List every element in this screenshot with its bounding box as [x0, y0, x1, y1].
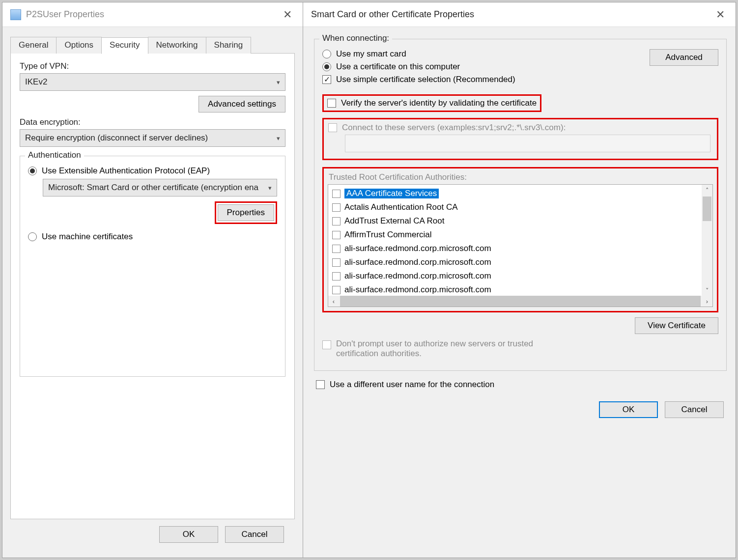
- scroll-up-icon[interactable]: ˄: [702, 185, 712, 196]
- check-dont-prompt-label: Don't prompt user to authorize new serve…: [336, 339, 572, 359]
- check-connect-servers: Connect to these servers (examples:srv1;…: [328, 123, 712, 133]
- checkbox-icon: [332, 245, 341, 253]
- list-item[interactable]: AffirmTrust Commercial: [330, 228, 702, 242]
- radio-machine-certs[interactable]: Use machine certificates: [28, 232, 277, 242]
- checkbox-icon: [332, 217, 341, 225]
- check-dont-prompt: Don't prompt user to authorize new serve…: [322, 339, 718, 359]
- checkbox-icon: [322, 75, 331, 84]
- list-item[interactable]: AAA Certificate Services: [330, 187, 702, 200]
- checkbox-icon: [332, 272, 341, 280]
- tab-options[interactable]: Options: [56, 37, 102, 54]
- when-connecting-group: When connecting: Use my smart card Use a…: [314, 39, 727, 371]
- checkbox-icon: [327, 99, 336, 108]
- left-footer: OK Cancel: [10, 519, 295, 550]
- connect-servers-input: [345, 135, 710, 152]
- tab-sharing[interactable]: Sharing: [206, 37, 252, 54]
- close-icon[interactable]: ✕: [280, 8, 295, 21]
- tab-networking[interactable]: Networking: [148, 37, 206, 54]
- list-item[interactable]: AddTrust External CA Root: [330, 214, 702, 228]
- ok-button[interactable]: OK: [599, 401, 658, 418]
- radio-smart-card[interactable]: Use my smart card: [322, 49, 650, 59]
- vpn-type-label: Type of VPN:: [20, 61, 285, 71]
- app-icon: [10, 9, 21, 20]
- tab-panel-security: Type of VPN: IKEv2 ▾ Advanced settings D…: [10, 53, 295, 519]
- eap-method-value: Microsoft: Smart Card or other certifica…: [48, 183, 258, 193]
- list-item[interactable]: ali-surface.redmond.corp.microsoft.com: [330, 269, 702, 283]
- checkbox-icon: [332, 203, 341, 212]
- checkbox-icon: [322, 340, 331, 349]
- data-encryption-label: Data encryption:: [20, 117, 285, 127]
- ok-button[interactable]: OK: [159, 526, 218, 543]
- list-item[interactable]: ali-surface.redmond.corp.microsoft.com: [330, 255, 702, 269]
- check-simple-selection-label: Use simple certificate selection (Recomm…: [336, 75, 515, 84]
- tab-security[interactable]: Security: [101, 37, 148, 54]
- chevron-down-icon: ▾: [277, 135, 280, 142]
- scroll-thumb[interactable]: [703, 196, 711, 221]
- checkbox-icon: [328, 123, 337, 132]
- radio-icon: [322, 62, 331, 71]
- check-connect-servers-label: Connect to these servers (examples:srv1;…: [342, 123, 566, 133]
- checkbox-icon: [332, 286, 341, 294]
- right-title: Smart Card or other Certificate Properti…: [311, 9, 713, 20]
- properties-button[interactable]: Properties: [218, 204, 274, 221]
- close-icon[interactable]: ✕: [713, 8, 728, 21]
- checkbox-icon: [332, 258, 341, 267]
- scroll-left-icon[interactable]: ‹: [328, 298, 339, 305]
- radio-icon: [322, 50, 331, 58]
- radio-cert-computer-label: Use a certificate on this computer: [336, 62, 460, 72]
- tab-general[interactable]: General: [10, 37, 57, 54]
- horizontal-scrollbar[interactable]: ‹ ›: [328, 296, 712, 307]
- right-titlebar: Smart Card or other Certificate Properti…: [303, 2, 736, 27]
- vpn-type-value: IKEv2: [25, 77, 47, 87]
- authentication-group: Authentication Use Extensible Authentica…: [20, 156, 285, 377]
- radio-smart-card-label: Use my smart card: [336, 49, 406, 59]
- list-item[interactable]: Actalis Authentication Root CA: [330, 200, 702, 214]
- cancel-button[interactable]: Cancel: [665, 401, 724, 418]
- check-verify-server[interactable]: Verify the server's identity by validati…: [327, 98, 537, 108]
- data-encryption-select[interactable]: Require encryption (disconnect if server…: [20, 129, 285, 147]
- checkbox-icon: [332, 231, 341, 239]
- list-item[interactable]: ali-surface.redmond.corp.microsoft.com: [330, 242, 702, 255]
- tabs: General Options Security Networking Shar…: [10, 37, 295, 54]
- when-connecting-legend: When connecting:: [319, 33, 392, 43]
- radio-machine-certs-label: Use machine certificates: [42, 232, 133, 242]
- eap-method-select[interactable]: Microsoft: Smart Card or other certifica…: [43, 179, 277, 196]
- scroll-thumb[interactable]: [340, 296, 701, 307]
- highlight-properties: Properties: [215, 201, 277, 224]
- scroll-down-icon[interactable]: ˅: [702, 285, 712, 296]
- check-verify-server-label: Verify the server's identity by validati…: [341, 98, 537, 108]
- check-different-username[interactable]: Use a different user name for the connec…: [316, 380, 727, 390]
- view-certificate-button[interactable]: View Certificate: [635, 317, 718, 334]
- radio-icon: [28, 167, 37, 175]
- radio-icon: [28, 232, 37, 241]
- authentication-legend: Authentication: [25, 150, 84, 160]
- left-titlebar: P2SUser Properties ✕: [2, 2, 303, 27]
- right-footer: OK Cancel: [314, 392, 727, 422]
- trusted-root-list: AAA Certificate Services Actalis Authent…: [328, 185, 702, 296]
- checkbox-icon: [332, 190, 341, 198]
- vpn-type-select[interactable]: IKEv2 ▾: [20, 73, 285, 91]
- list-item[interactable]: ali-surface.redmond.corp.microsoft.com: [330, 283, 702, 296]
- check-simple-selection[interactable]: Use simple certificate selection (Recomm…: [322, 75, 650, 84]
- advanced-button[interactable]: Advanced: [650, 49, 718, 66]
- chevron-down-icon: ▾: [268, 184, 272, 192]
- advanced-settings-button[interactable]: Advanced settings: [199, 96, 285, 112]
- vertical-scrollbar[interactable]: ˄ ˅: [702, 185, 712, 296]
- radio-eap-label: Use Extensible Authentication Protocol (…: [42, 166, 210, 176]
- left-title: P2SUser Properties: [26, 9, 280, 20]
- scroll-right-icon[interactable]: ›: [702, 298, 712, 305]
- trusted-root-label: Trusted Root Certification Authorities:: [329, 172, 713, 182]
- data-encryption-value: Require encryption (disconnect if server…: [25, 133, 208, 143]
- radio-eap[interactable]: Use Extensible Authentication Protocol (…: [28, 166, 277, 176]
- check-different-username-label: Use a different user name for the connec…: [330, 380, 494, 390]
- checkbox-icon: [316, 380, 325, 389]
- chevron-down-icon: ▾: [277, 79, 280, 86]
- trusted-root-listbox[interactable]: AAA Certificate Services Actalis Authent…: [328, 184, 713, 307]
- radio-cert-computer[interactable]: Use a certificate on this computer: [322, 62, 650, 72]
- cancel-button[interactable]: Cancel: [225, 526, 284, 543]
